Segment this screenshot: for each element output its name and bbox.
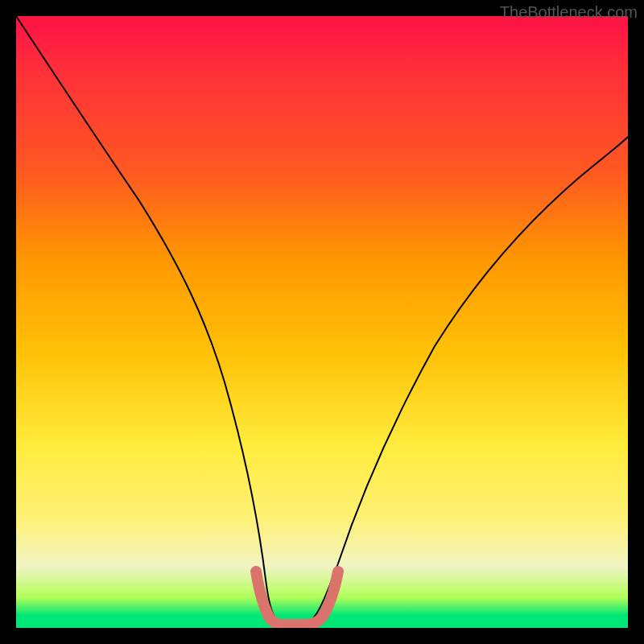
- curve-plot: [16, 16, 628, 628]
- chart-container: TheBottleneck.com: [0, 0, 644, 644]
- bottleneck-curve-line: [16, 16, 628, 621]
- watermark-text: TheBottleneck.com: [500, 3, 638, 22]
